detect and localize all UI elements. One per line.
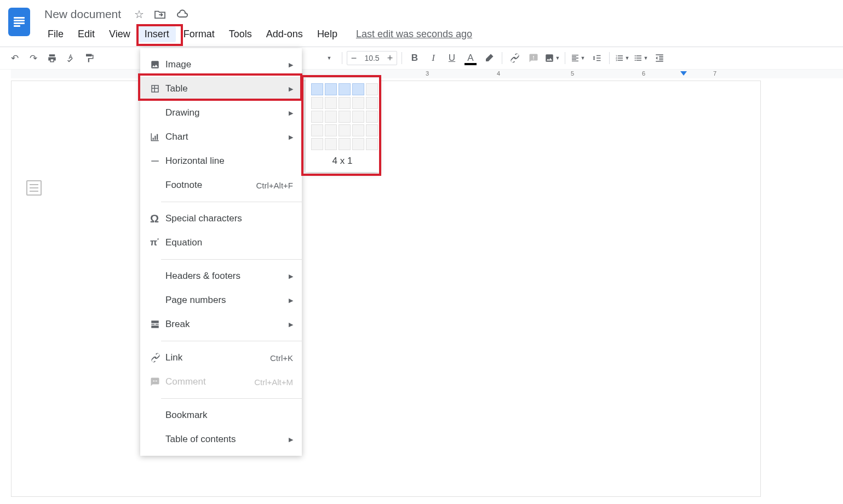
- menu-item-label: Equation: [165, 237, 202, 248]
- print-button[interactable]: [44, 50, 60, 66]
- decrease-indent-button[interactable]: [651, 50, 668, 66]
- table-grid-cell[interactable]: [366, 111, 378, 123]
- redo-button[interactable]: ↷: [25, 50, 42, 66]
- underline-button[interactable]: U: [444, 50, 460, 66]
- spellcheck-button[interactable]: [62, 50, 79, 66]
- menu-item-headers-footers[interactable]: Headers & footers▶: [140, 264, 302, 288]
- menu-separator: [161, 202, 302, 202]
- menu-view[interactable]: View: [102, 26, 137, 42]
- table-grid[interactable]: [311, 83, 374, 150]
- table-grid-cell[interactable]: [311, 124, 323, 136]
- star-icon[interactable]: ☆: [134, 8, 144, 21]
- menu-item-image[interactable]: Image▶: [140, 53, 302, 77]
- align-button[interactable]: ▼: [570, 50, 586, 66]
- menu-separator: [161, 341, 302, 341]
- menu-item-special-characters[interactable]: ΩSpecial characters: [140, 207, 302, 231]
- table-grid-cell[interactable]: [352, 138, 364, 150]
- italic-button[interactable]: I: [425, 50, 441, 66]
- table-grid-cell[interactable]: [352, 83, 364, 95]
- table-grid-cell[interactable]: [311, 111, 323, 123]
- menu-item-label: Page numbers: [165, 295, 226, 306]
- table-grid-cell[interactable]: [366, 83, 378, 95]
- font-size-decrease[interactable]: −: [347, 53, 360, 64]
- table-grid-cell[interactable]: [339, 138, 351, 150]
- last-edit-link[interactable]: Last edit was seconds ago: [356, 28, 472, 40]
- vertical-ruler[interactable]: [0, 70, 11, 497]
- menu-edit[interactable]: Edit: [71, 26, 101, 42]
- table-grid-cell[interactable]: [325, 111, 337, 123]
- docs-logo[interactable]: [8, 8, 30, 36]
- submenu-arrow-icon: ▶: [289, 110, 293, 117]
- menu-item-break[interactable]: Break▶: [140, 312, 302, 336]
- styles-dropdown[interactable]: ▼: [321, 50, 337, 66]
- table-grid-cell[interactable]: [339, 97, 351, 109]
- table-grid-cell[interactable]: [339, 124, 351, 136]
- menu-item-drawing[interactable]: Drawing▶: [140, 101, 302, 125]
- font-size-increase[interactable]: +: [383, 53, 397, 64]
- ruler-num: 5: [571, 70, 574, 77]
- undo-button[interactable]: ↶: [7, 50, 23, 66]
- text-color-button[interactable]: A: [462, 50, 479, 66]
- table-grid-cell[interactable]: [339, 83, 351, 95]
- menu-item-chart[interactable]: Chart▶: [140, 125, 302, 149]
- bold-button[interactable]: B: [406, 50, 423, 66]
- bulleted-list-button[interactable]: ▼: [633, 50, 649, 66]
- menu-file[interactable]: File: [41, 26, 70, 42]
- menu-item-horizontal-line[interactable]: Horizontal line: [140, 149, 302, 173]
- table-grid-cell[interactable]: [352, 97, 364, 109]
- table-grid-cell[interactable]: [325, 83, 337, 95]
- menu-insert[interactable]: Insert: [138, 26, 176, 42]
- numbered-list-button[interactable]: ▼: [614, 50, 630, 66]
- menu-item-table[interactable]: Table▶: [140, 77, 302, 101]
- document-page[interactable]: [11, 81, 761, 497]
- table-grid-cell[interactable]: [311, 138, 323, 150]
- submenu-arrow-icon: ▶: [289, 273, 293, 280]
- menu-item-label: Break: [165, 319, 190, 330]
- outline-icon[interactable]: [26, 180, 42, 196]
- table-grid-cell[interactable]: [366, 138, 378, 150]
- menu-addons[interactable]: Add-ons: [260, 26, 309, 42]
- line-spacing-button[interactable]: [588, 50, 605, 66]
- insert-link-button[interactable]: [507, 50, 523, 66]
- font-size-value[interactable]: 10.5: [360, 54, 383, 62]
- menu-item-label: Table: [165, 83, 188, 94]
- highlight-button[interactable]: [481, 50, 497, 66]
- menu-format[interactable]: Format: [177, 26, 221, 42]
- table-grid-cell[interactable]: [352, 124, 364, 136]
- menu-bar: File Edit View Insert Format Tools Add-o…: [41, 23, 472, 47]
- submenu-arrow-icon: ▶: [289, 321, 293, 328]
- table-grid-cell[interactable]: [366, 124, 378, 136]
- menu-help[interactable]: Help: [311, 26, 344, 42]
- paint-format-button[interactable]: [81, 50, 98, 66]
- menu-item-label: Headers & footers: [165, 271, 240, 282]
- menu-item-bookmark[interactable]: Bookmark: [140, 403, 302, 427]
- cloud-icon[interactable]: [176, 9, 189, 19]
- right-margin-marker[interactable]: [680, 71, 687, 76]
- menu-tools[interactable]: Tools: [222, 26, 259, 42]
- table-grid-cell[interactable]: [352, 111, 364, 123]
- table-grid-cell[interactable]: [311, 83, 323, 95]
- insert-image-button[interactable]: ▼: [544, 50, 560, 66]
- table-grid-cell[interactable]: [325, 138, 337, 150]
- menu-item-label: Image: [165, 59, 191, 70]
- comment-icon: [150, 377, 165, 387]
- table-grid-cell[interactable]: [325, 124, 337, 136]
- table-grid-cell[interactable]: [325, 97, 337, 109]
- table-grid-cell[interactable]: [311, 97, 323, 109]
- menu-item-equation[interactable]: π²Equation: [140, 231, 302, 255]
- menu-item-label: Link: [165, 352, 182, 363]
- ruler-num: 7: [713, 70, 716, 77]
- table-grid-cell[interactable]: [339, 111, 351, 123]
- menu-item-table-of-contents[interactable]: Table of contents▶: [140, 427, 302, 451]
- menu-item-page-numbers[interactable]: Page numbers▶: [140, 288, 302, 312]
- menu-item-footnote[interactable]: FootnoteCtrl+Alt+F: [140, 173, 302, 197]
- omega-icon: Ω: [150, 213, 165, 225]
- insert-comment-button[interactable]: [525, 50, 542, 66]
- table-grid-cell[interactable]: [366, 97, 378, 109]
- submenu-arrow-icon: ▶: [289, 134, 293, 141]
- menu-item-link[interactable]: LinkCtrl+K: [140, 346, 302, 370]
- move-icon[interactable]: [154, 9, 166, 19]
- document-title[interactable]: New document: [41, 7, 124, 22]
- menu-item-label: Table of contents: [165, 434, 236, 445]
- horizontal-ruler[interactable]: 3 4 5 6 7: [11, 70, 843, 78]
